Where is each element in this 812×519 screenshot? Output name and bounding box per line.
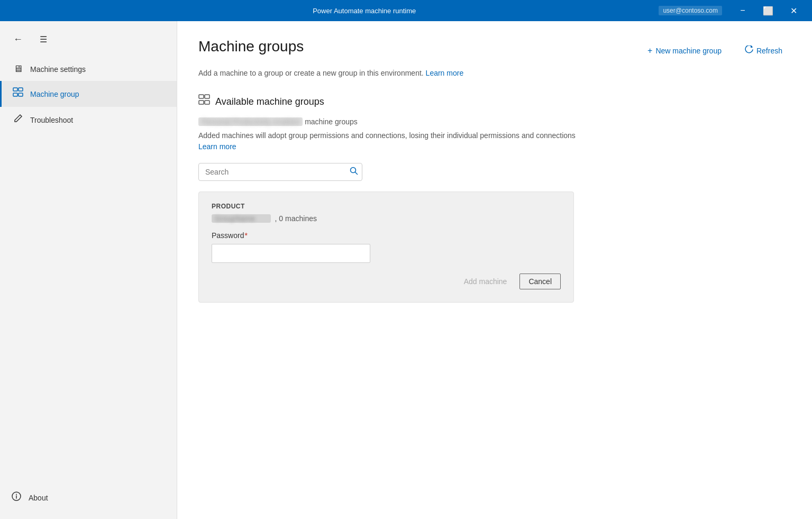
app-body: ← ☰ 🖥 Machine settings Machine group	[0, 21, 812, 519]
troubleshoot-icon	[12, 113, 24, 126]
section-title: Available machine groups	[215, 96, 324, 107]
sidebar: ← ☰ 🖥 Machine settings Machine group	[0, 21, 177, 519]
section-icon	[198, 94, 210, 109]
description-learn-more-link[interactable]: Learn more	[198, 142, 236, 151]
sidebar-item-machine-group[interactable]: Machine group	[0, 81, 177, 107]
card-group-name: GroupName	[212, 214, 271, 223]
section-header: Available machine groups	[198, 94, 791, 109]
sidebar-item-machine-settings[interactable]: 🖥 Machine settings	[0, 57, 177, 81]
svg-rect-8	[205, 95, 209, 98]
password-required-indicator: *	[244, 231, 247, 240]
env-info: Personal Productivity enabled machine gr…	[198, 117, 791, 126]
cancel-button[interactable]: Cancel	[519, 274, 561, 289]
sidebar-item-label: Troubleshoot	[30, 116, 73, 124]
sidebar-item-troubleshoot[interactable]: Troubleshoot	[0, 107, 177, 133]
sidebar-item-label: Machine settings	[30, 65, 86, 74]
refresh-icon	[745, 45, 753, 56]
learn-more-link[interactable]: Learn more	[426, 69, 464, 77]
svg-rect-0	[13, 88, 17, 91]
refresh-button[interactable]: Refresh	[736, 41, 791, 60]
close-button[interactable]: ✕	[781, 0, 806, 21]
sidebar-top: ← ☰	[0, 25, 177, 53]
svg-rect-9	[199, 101, 204, 104]
machine-group-card: PRODUCT GroupName , 0 machines Password*…	[198, 192, 574, 303]
svg-rect-3	[19, 93, 23, 96]
about-item[interactable]: About	[11, 487, 166, 508]
nav-menu: 🖥 Machine settings Machine group	[0, 57, 177, 133]
restore-button[interactable]: ⬜	[756, 0, 780, 21]
search-container	[198, 163, 362, 181]
card-machines-count: , 0 machines	[275, 214, 317, 223]
svg-rect-7	[199, 95, 204, 98]
password-label-row: Password*	[212, 231, 561, 240]
machine-group-icon	[12, 87, 24, 101]
page-subtitle: Add a machine to a group or create a new…	[198, 69, 791, 77]
card-actions: Add machine Cancel	[212, 274, 561, 289]
about-icon	[11, 491, 22, 504]
page-title: Machine groups	[198, 38, 304, 55]
add-machine-button[interactable]: Add machine	[455, 274, 516, 289]
svg-rect-2	[13, 93, 17, 96]
svg-rect-1	[19, 88, 23, 91]
new-machine-group-button[interactable]: + New machine group	[639, 42, 730, 60]
minimize-button[interactable]: −	[731, 0, 755, 21]
menu-button[interactable]: ☰	[34, 30, 53, 49]
env-suffix: machine groups	[305, 117, 358, 126]
svg-line-12	[355, 172, 358, 175]
password-input[interactable]	[212, 244, 370, 263]
about-label: About	[29, 494, 48, 502]
svg-rect-10	[205, 101, 209, 104]
app-title: Power Automate machine runtime	[70, 7, 659, 15]
titlebar: Power Automate machine runtime user@cont…	[0, 0, 812, 21]
window-controls: − ⬜ ✕	[731, 0, 806, 21]
user-account: user@contoso.com	[659, 6, 722, 15]
card-header-row: PRODUCT	[212, 203, 561, 210]
sidebar-item-label: Machine group	[30, 90, 79, 98]
main-content: Machine groups + New machine group Refre…	[177, 21, 812, 519]
search-button[interactable]	[350, 167, 358, 177]
env-name: Personal Productivity enabled	[198, 117, 303, 126]
page-header: Machine groups + New machine group Refre…	[198, 38, 791, 60]
machine-settings-icon: 🖥	[12, 63, 24, 75]
plus-icon: +	[647, 46, 652, 56]
header-actions: + New machine group Refresh	[639, 38, 791, 60]
sidebar-footer: About	[0, 480, 177, 519]
svg-point-6	[16, 494, 17, 495]
search-input[interactable]	[198, 163, 362, 181]
card-name-row: GroupName , 0 machines	[212, 214, 561, 223]
back-button[interactable]: ←	[8, 30, 28, 49]
card-product-label: PRODUCT	[212, 203, 245, 210]
description-text: Added machines will adopt group permissi…	[198, 130, 579, 152]
